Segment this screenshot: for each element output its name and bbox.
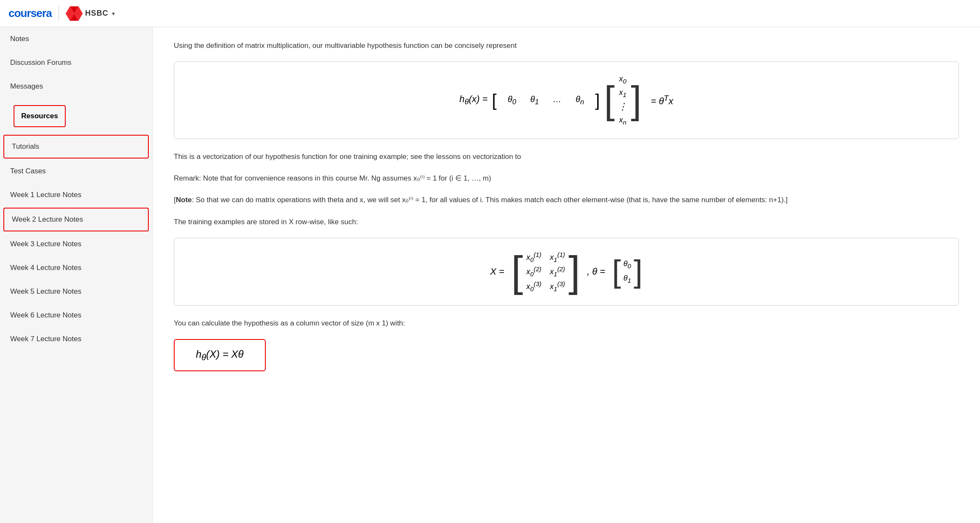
theta1-entry: θ1 <box>624 274 631 284</box>
intro-text: Using the definition of matrix multiplic… <box>174 40 959 51</box>
resources-label: Resources <box>14 105 66 127</box>
main-layout: Notes Discussion Forums Messages Resourc… <box>0 27 980 523</box>
column-vector-group: [ x0 x1 ⋮ xn ] <box>604 75 641 126</box>
header-divider <box>58 6 59 21</box>
matrix-formula: X = [ x0(1) x1(1) x0(2) x1(2) <box>490 251 643 292</box>
hsbc-text: HSBC <box>85 9 109 18</box>
theta-row: θ0 θ1 … θn <box>508 95 584 106</box>
theta-vector-group: [ θ0 θ1 ] <box>612 257 643 286</box>
dropdown-arrow-icon[interactable]: ▾ <box>112 10 115 17</box>
x-column: x0 x1 ⋮ xn <box>618 75 627 126</box>
x12: x1(2) <box>550 265 565 278</box>
sidebar-item-week5[interactable]: Week 5 Lecture Notes <box>0 280 152 303</box>
training-text: The training examples are stored in X ro… <box>174 216 959 228</box>
X-left-bracket: [ <box>511 253 523 289</box>
theta-right-bracket: ] <box>634 257 643 286</box>
content-area: Using the definition of matrix multiplic… <box>153 27 980 523</box>
xn-entry: xn <box>619 116 626 126</box>
sidebar-item-week2[interactable]: Week 2 Lecture Notes <box>3 208 149 231</box>
hypothesis-formula: hθ(x) = [ θ0 θ1 … θn ] [ x0 x1 ⋮ xn ] <box>459 75 674 126</box>
X-label: X = <box>490 266 504 277</box>
sidebar-item-week6[interactable]: Week 6 Lecture Notes <box>0 303 152 327</box>
h-theta-label: hθ(x) = <box>459 94 488 106</box>
X-row3: x0(3) x1(3) <box>526 280 565 292</box>
remark-text: Remark: Note that for convenience reason… <box>174 172 959 184</box>
X-matrix-group: [ x0(1) x1(1) x0(2) x1(2) x0(3) x1(3) <box>511 251 580 292</box>
right-bracket-row: ] <box>595 92 600 109</box>
header: coursera HSBC ▾ <box>0 0 980 27</box>
hsbc-diamond-icon <box>66 6 83 21</box>
x02: x0(2) <box>526 265 542 278</box>
theta-transpose-x: = θTx <box>651 94 673 107</box>
note-text: [Note: So that we can do matrix operatio… <box>174 194 959 206</box>
sidebar-item-week3[interactable]: Week 3 Lecture Notes <box>0 232 152 256</box>
x13: x1(3) <box>550 280 565 292</box>
vdots-entry: ⋮ <box>618 101 627 112</box>
theta-entries: θ0 θ1 <box>624 259 631 284</box>
big-left-bracket: [ <box>604 83 615 117</box>
X-row2: x0(2) x1(2) <box>526 265 565 278</box>
X-row1: x0(1) x1(1) <box>526 251 565 263</box>
x1-entry: x1 <box>619 88 626 98</box>
X-matrix-content: x0(1) x1(1) x0(2) x1(2) x0(3) x1(3) <box>526 251 565 292</box>
left-bracket-row: [ <box>492 92 497 109</box>
vectorization-text: This is a vectorization of our hypothesi… <box>174 151 959 162</box>
sidebar-item-week7[interactable]: Week 7 Lecture Notes <box>0 327 152 351</box>
hsbc-logo: HSBC <box>66 6 109 21</box>
final-formula-box: hθ(X) = Xθ <box>174 339 266 372</box>
sidebar-item-resources[interactable]: Resources <box>0 98 152 134</box>
sidebar-item-test-cases[interactable]: Test Cases <box>0 159 152 183</box>
note-body: : So that we can do matrix operations wi… <box>192 196 788 204</box>
x01: x0(1) <box>526 251 542 263</box>
hypothesis-formula-box: hθ(x) = [ θ0 θ1 … θn ] [ x0 x1 ⋮ xn ] <box>174 61 959 139</box>
column-vector-text: You can calculate the hypothesis as a co… <box>174 317 959 329</box>
big-right-bracket: ] <box>631 83 641 117</box>
x03: x0(3) <box>526 280 542 292</box>
x0-entry: x0 <box>619 75 626 85</box>
theta-left-bracket: [ <box>612 257 621 286</box>
sidebar-item-week4[interactable]: Week 4 Lecture Notes <box>0 256 152 280</box>
coursera-logo: coursera <box>8 7 52 20</box>
X-right-bracket: ] <box>568 253 580 289</box>
sidebar-item-tutorials[interactable]: Tutorials <box>3 135 149 159</box>
sidebar-item-week1[interactable]: Week 1 Lecture Notes <box>0 183 152 207</box>
sidebar: Notes Discussion Forums Messages Resourc… <box>0 27 153 523</box>
x11: x1(1) <box>550 251 565 263</box>
comma-theta-label: , θ = <box>587 266 605 277</box>
note-bold: Note <box>176 196 192 204</box>
sidebar-item-discussion-forums[interactable]: Discussion Forums <box>0 51 152 75</box>
final-formula: hθ(X) = Xθ <box>196 348 244 362</box>
matrix-formula-box: X = [ x0(1) x1(1) x0(2) x1(2) <box>174 238 959 306</box>
sidebar-item-notes[interactable]: Notes <box>0 27 152 51</box>
theta0-entry: θ0 <box>624 259 631 270</box>
sidebar-item-messages[interactable]: Messages <box>0 75 152 98</box>
